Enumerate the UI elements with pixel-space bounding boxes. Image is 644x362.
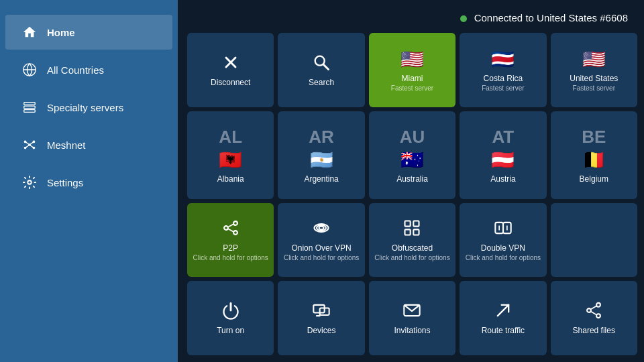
tile-onion-over-vpn[interactable]: Onion Over VPNClick and hold for options — [278, 203, 364, 278]
svg-point-18 — [224, 226, 228, 230]
svg-point-13 — [28, 180, 32, 184]
tile-flag-miami: 🇺🇸 — [400, 48, 424, 70]
sidebar: Home All Countries Specialty servers Mes… — [0, 0, 178, 362]
sidebar-item-home[interactable]: Home — [5, 15, 172, 50]
server-grid: DisconnectSearch🇺🇸MiamiFastest server🇨🇷C… — [187, 33, 637, 355]
tile-invitations[interactable]: Invitations — [369, 281, 455, 355]
tile-label-p2p: P2P — [223, 243, 238, 253]
tile-turn-on[interactable]: Turn on — [187, 281, 274, 355]
tile-code-albania: AL — [219, 127, 242, 147]
tile-albania[interactable]: AL 🇦🇱Albania — [187, 111, 274, 199]
sidebar-label-meshnet: Meshnet — [47, 139, 86, 151]
main-content: Connected to United States #6608 Disconn… — [178, 0, 644, 362]
tile-argentina[interactable]: AR 🇦🇷Argentina — [278, 111, 364, 199]
tile-label-route-traffic: Route traffic — [482, 326, 525, 335]
tile-devices[interactable]: Devices — [278, 281, 364, 355]
tile-sublabel-obfuscated: Click and hold for options — [374, 254, 449, 261]
svg-point-25 — [319, 227, 324, 230]
svg-point-19 — [233, 221, 237, 225]
tile-sublabel-costa-rica: Fastest server — [482, 84, 524, 92]
svg-point-20 — [233, 231, 237, 235]
tile-label-search: Search — [309, 78, 334, 87]
sidebar-item-all-countries[interactable]: All Countries — [5, 52, 172, 87]
tile-label-devices: Devices — [307, 326, 336, 335]
settings-icon — [21, 174, 38, 190]
tile-icon-p2p — [221, 219, 240, 240]
all-countries-icon — [21, 62, 38, 78]
tile-route-traffic[interactable]: Route traffic — [460, 281, 546, 355]
tile-australia[interactable]: AU 🇦🇺Australia — [369, 111, 455, 199]
tile-p2p[interactable]: P2PClick and hold for options — [187, 203, 274, 278]
tile-icon-onion-over-vpn — [312, 219, 331, 240]
svg-rect-2 — [24, 106, 36, 109]
tile-icon-shared-files — [584, 301, 603, 322]
tile-flag-australia: 🇦🇺 — [400, 149, 424, 171]
tile-icon-search — [312, 53, 331, 74]
tile-label-double-vpn: Double VPN — [481, 243, 525, 253]
tile-code-australia: AU — [400, 127, 425, 147]
tile-obfuscated[interactable]: ObfuscatedClick and hold for options — [369, 203, 455, 278]
tile-belgium[interactable]: BE 🇧🇪Belgium — [551, 111, 637, 199]
svg-rect-1 — [24, 103, 36, 105]
svg-line-42 — [591, 312, 596, 315]
svg-point-40 — [596, 314, 600, 318]
tile-icon-disconnect — [221, 53, 240, 74]
tile-search[interactable]: Search — [278, 33, 364, 107]
sidebar-item-meshnet[interactable]: Meshnet — [5, 127, 172, 162]
sidebar-item-specialty-servers[interactable]: Specialty servers — [5, 90, 172, 125]
tile-label-invitations: Invitations — [394, 326, 430, 335]
svg-rect-34 — [313, 305, 324, 313]
home-icon — [21, 24, 38, 40]
sidebar-label-home: Home — [47, 27, 75, 38]
tile-flag-albania: 🇦🇱 — [219, 149, 242, 171]
tile-icon-invitations — [402, 301, 421, 322]
tile-empty3[interactable] — [551, 203, 637, 278]
tile-code-belgium: BE — [582, 127, 606, 147]
svg-line-11 — [25, 145, 30, 148]
tile-icon-route-traffic — [494, 301, 513, 322]
tile-icon-turn-on — [221, 301, 240, 322]
svg-rect-29 — [414, 229, 419, 235]
tile-label-miami: Miami — [401, 74, 423, 83]
svg-line-17 — [324, 64, 329, 69]
tile-double-vpn[interactable]: Double VPNClick and hold for options — [460, 203, 546, 278]
tile-shared-files[interactable]: Shared files — [551, 281, 637, 355]
tile-label-turn-on: Turn on — [217, 326, 244, 335]
tile-flag-austria: 🇦🇹 — [491, 149, 515, 171]
tile-icon-obfuscated — [402, 219, 421, 240]
svg-rect-3 — [24, 110, 36, 113]
svg-rect-27 — [414, 221, 419, 226]
tile-sublabel-onion-over-vpn: Click and hold for options — [284, 254, 359, 261]
tile-miami[interactable]: 🇺🇸MiamiFastest server — [369, 33, 455, 107]
status-dot — [460, 15, 467, 22]
tile-label-disconnect: Disconnect — [211, 78, 250, 87]
tile-label-united-states: United States — [570, 74, 618, 83]
tile-sublabel-p2p: Click and hold for options — [193, 254, 268, 261]
tile-label-belgium: Belgium — [580, 174, 608, 184]
tile-flag-united-states: 🇺🇸 — [582, 48, 606, 70]
tile-austria[interactable]: AT 🇦🇹Austria — [460, 111, 546, 199]
svg-line-10 — [30, 141, 34, 145]
svg-rect-28 — [405, 229, 411, 235]
svg-point-38 — [596, 303, 600, 307]
tile-sublabel-united-states: Fastest server — [573, 84, 615, 92]
tile-label-onion-over-vpn: Onion Over VPN — [291, 243, 351, 253]
sidebar-label-settings: Settings — [47, 177, 83, 188]
status-text: Connected to United States #6608 — [474, 12, 628, 23]
tile-label-shared-files: Shared files — [573, 326, 615, 335]
svg-line-41 — [591, 306, 596, 310]
svg-point-39 — [587, 308, 591, 312]
tile-code-argentina: AR — [309, 127, 334, 147]
tile-sublabel-double-vpn: Click and hold for options — [466, 254, 541, 261]
meshnet-icon — [21, 137, 38, 153]
tile-sublabel-miami: Fastest server — [391, 84, 433, 92]
connection-status: Connected to United States #6608 — [187, 8, 637, 33]
tile-united-states[interactable]: 🇺🇸United StatesFastest server — [551, 33, 637, 107]
tile-icon-double-vpn — [494, 219, 513, 240]
svg-line-22 — [228, 229, 233, 232]
tile-disconnect[interactable]: Disconnect — [187, 33, 274, 107]
tile-label-albania: Albania — [217, 174, 244, 184]
tile-costa-rica[interactable]: 🇨🇷Costa RicaFastest server — [460, 33, 546, 107]
sidebar-item-settings[interactable]: Settings — [5, 165, 172, 200]
tile-icon-devices — [312, 301, 331, 322]
